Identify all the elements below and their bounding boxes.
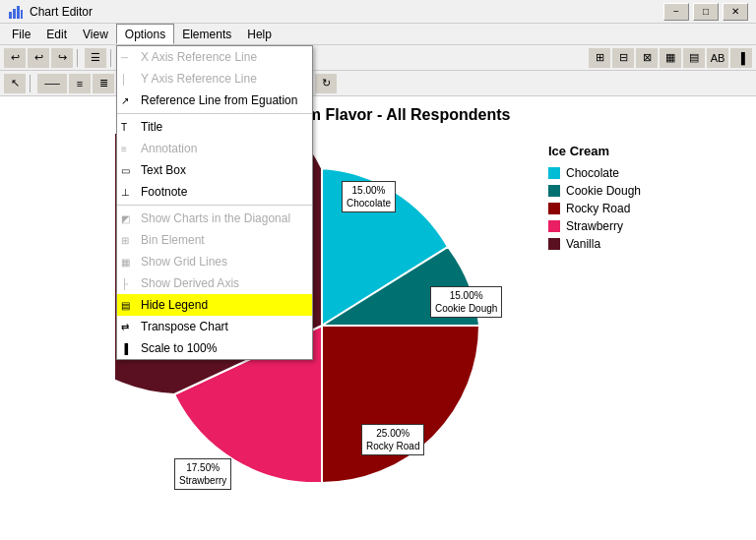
legend-color-vanilla xyxy=(548,238,560,250)
derived-icon: ├ xyxy=(121,278,128,289)
svg-rect-0 xyxy=(9,12,12,19)
menu-footnote[interactable]: ⊥ Footnote xyxy=(117,181,312,203)
legend-chocolate: Chocolate xyxy=(548,166,641,180)
menu-show-diagonal: ◩ Show Charts in the Diagonal xyxy=(117,208,312,229)
toolbar-2: ↖ ── ≡ ≣ ⊞ 📊 📈 ▲ ✦ ↗ ↘ ▐ ↻ xyxy=(0,71,756,96)
tb2-btn4[interactable]: ≣ xyxy=(93,74,114,93)
tb-chart3[interactable]: ⊠ xyxy=(636,48,658,68)
legend-label-chocolate: Chocolate xyxy=(566,166,619,180)
menu-elements[interactable]: Elements xyxy=(174,24,239,44)
legend-label-strawberry: Strawberry xyxy=(566,219,623,233)
menu-y-axis-ref: │ Y Axis Reference Line xyxy=(117,68,312,90)
transpose-icon: ⇄ xyxy=(121,322,129,332)
properties-button[interactable]: ☰ xyxy=(85,48,106,68)
svg-rect-3 xyxy=(21,10,23,19)
label-cookiedough: 15.00%Cookie Dough xyxy=(430,286,502,318)
menu-ref-from-eq[interactable]: ↗ Reference Line from Eguation xyxy=(117,90,312,111)
legend-color-chocolate xyxy=(548,167,560,179)
menu-view[interactable]: View xyxy=(75,24,116,44)
diagonal-icon: ◩ xyxy=(121,213,130,224)
menu-bin-element: ⊞ Bin Element xyxy=(117,229,312,251)
tb2-btn1[interactable]: ↖ xyxy=(4,74,26,93)
undo2-button[interactable]: ↩ xyxy=(28,48,49,68)
menu-show-grid: ▦ Show Grid Lines xyxy=(117,251,312,272)
y-axis-icon: │ xyxy=(121,74,127,85)
legend-label-cookiedough: Cookie Dough xyxy=(566,184,641,198)
tb2-btn3[interactable]: ≡ xyxy=(69,74,91,93)
legend-vanilla: Vanilla xyxy=(548,237,641,251)
window-title: Chart Editor xyxy=(30,5,663,19)
legend-color-strawberry xyxy=(548,220,560,232)
tb-chart7[interactable]: ▐ xyxy=(730,48,752,68)
tb2-btn2[interactable]: ── xyxy=(37,74,67,93)
legend-label-rockyroad: Rocky Road xyxy=(566,202,630,215)
minimize-button[interactable]: − xyxy=(663,3,689,21)
legend-rockyroad: Rocky Road xyxy=(548,202,641,215)
ref-eq-icon: ↗ xyxy=(121,95,129,106)
menu-title[interactable]: T Title xyxy=(117,116,312,138)
main-content: Ice Cream Flavor - All Respondents xyxy=(0,96,756,540)
annotation-icon: ≡ xyxy=(121,144,127,154)
footnote-icon: ⊥ xyxy=(121,187,130,198)
legend-cookiedough: Cookie Dough xyxy=(548,184,641,198)
options-dropdown: ─ X Axis Reference Line │ Y Axis Referen… xyxy=(116,45,313,360)
redo-button[interactable]: ↪ xyxy=(51,48,73,68)
tb-chart4[interactable]: ▦ xyxy=(660,48,681,68)
svg-rect-1 xyxy=(13,9,16,19)
svg-rect-2 xyxy=(17,6,20,19)
toolbar-sep-1 xyxy=(77,49,81,67)
tb-chart5[interactable]: ▤ xyxy=(683,48,705,68)
legend-icon: ▤ xyxy=(121,300,130,311)
label-rockyroad: 25.00%Rocky Road xyxy=(361,424,424,455)
scale-icon: ▐ xyxy=(121,343,128,354)
tb-chart6[interactable]: AB xyxy=(707,48,728,68)
chart-legend: Ice Cream Chocolate Cookie Dough Rocky R… xyxy=(548,144,641,251)
close-button[interactable]: ✕ xyxy=(723,3,748,21)
menu-help[interactable]: Help xyxy=(239,24,280,44)
sep-1 xyxy=(117,113,312,114)
chart-area: Ice Cream Flavor - All Respondents xyxy=(0,96,756,540)
legend-title: Ice Cream xyxy=(548,144,641,158)
menu-annotation: ≡ Annotation xyxy=(117,138,312,159)
menu-x-axis-ref: ─ X Axis Reference Line xyxy=(117,46,312,68)
legend-color-cookiedough xyxy=(548,185,560,197)
menu-hide-legend[interactable]: ▤ Hide Legend xyxy=(117,294,312,316)
menu-options[interactable]: Options xyxy=(116,24,174,44)
toolbar-sep-2 xyxy=(110,49,114,67)
tb-chart2[interactable]: ⊟ xyxy=(612,48,634,68)
label-strawberry: 17.50%Strawberry xyxy=(174,458,231,490)
maximize-button[interactable]: □ xyxy=(693,3,719,21)
title-bar: Chart Editor − □ ✕ xyxy=(0,0,756,24)
textbox-icon: ▭ xyxy=(121,165,130,176)
label-chocolate: 15.00%Chocolate xyxy=(342,181,396,212)
legend-label-vanilla: Vanilla xyxy=(566,237,600,251)
menu-show-derived: ├ Show Derived Axis xyxy=(117,272,312,294)
tb2-chart-more4[interactable]: ↻ xyxy=(315,74,337,93)
menu-edit[interactable]: Edit xyxy=(38,24,75,44)
app-icon xyxy=(8,4,24,20)
sep-2 xyxy=(117,205,312,206)
toolbar-1: ↩ ↩ ↪ ☰ SansSerif ⊞ ⊟ ⊠ ▦ ▤ AB ▐ xyxy=(0,45,756,71)
toolbar2-sep-1 xyxy=(30,75,33,92)
window-controls: − □ ✕ xyxy=(663,3,748,21)
menu-file[interactable]: File xyxy=(4,24,38,44)
menu-scale-100[interactable]: ▐ Scale to 100% xyxy=(117,337,312,359)
legend-strawberry: Strawberry xyxy=(548,219,641,233)
menu-transpose[interactable]: ⇄ Transpose Chart xyxy=(117,316,312,337)
title-icon: T xyxy=(121,122,127,133)
grid-icon: ▦ xyxy=(121,257,130,268)
menu-bar: File Edit View Options Elements Help xyxy=(0,24,756,45)
bin-icon: ⊞ xyxy=(121,235,129,246)
undo-button[interactable]: ↩ xyxy=(4,48,26,68)
legend-color-rockyroad xyxy=(548,203,560,214)
tb-chart1[interactable]: ⊞ xyxy=(589,48,610,68)
x-axis-icon: ─ xyxy=(121,52,128,63)
menu-textbox[interactable]: ▭ Text Box xyxy=(117,159,312,181)
